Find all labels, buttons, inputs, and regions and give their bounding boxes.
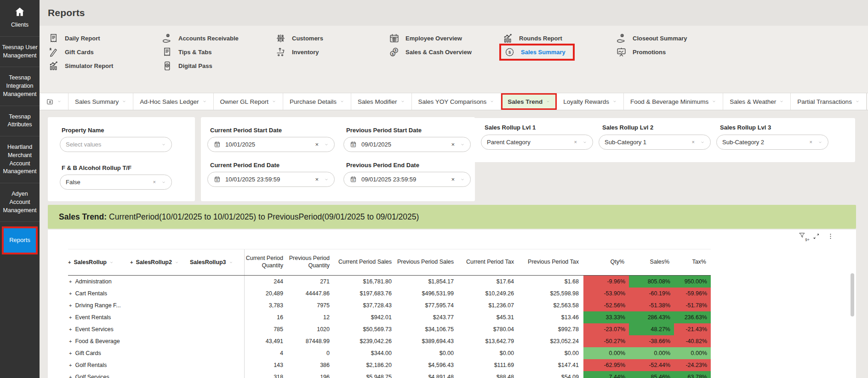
expand-row-icon[interactable]: + <box>69 315 72 320</box>
rollup2-select[interactable]: Sub-Category 1 × <box>599 135 711 150</box>
expand-row-icon[interactable]: + <box>69 339 72 344</box>
filters-applied-button[interactable]: 9+ <box>798 231 806 241</box>
report-link-closeout-summary[interactable]: Closeout Summary <box>616 31 729 45</box>
tab-partial-transactions[interactable]: Partial Transactions <box>791 93 867 110</box>
sidebar-item-teesnap-integration-management[interactable]: Teesnap Integration Management <box>0 67 40 106</box>
column-header-current-period-tax[interactable]: Current Period Tax <box>458 249 519 275</box>
tab-purchase-details[interactable]: Purchase Details <box>283 93 351 110</box>
report-link-tips-tabs[interactable]: Tips & Tabs <box>161 45 275 59</box>
column-header-current-period-quantity[interactable]: Current Period Quantity <box>244 249 288 275</box>
expand-row-icon[interactable]: + <box>69 350 72 356</box>
chevron-down-icon[interactable] <box>582 140 587 145</box>
cell-value: $0.00 <box>458 347 519 359</box>
previous-end-input[interactable]: 09/01/2025 23:59:59 × <box>343 172 471 187</box>
expand-all-icon[interactable]: + <box>68 260 71 265</box>
report-link-gift-cards[interactable]: Gift Cards <box>48 45 161 59</box>
report-link-rounds-report[interactable]: Rounds Report <box>502 31 616 45</box>
expand-all-icon[interactable]: + <box>130 260 133 265</box>
report-link-promotions[interactable]: Promotions <box>616 45 729 59</box>
chevron-down-icon[interactable] <box>460 142 465 147</box>
scrollbar-thumb[interactable] <box>851 273 854 316</box>
previous-start-input[interactable]: 09/01/2025 × <box>343 137 471 152</box>
clear-icon[interactable]: × <box>574 140 577 145</box>
sidebar-item-clients[interactable]: Clients <box>0 0 40 37</box>
table-row-event-services[interactable]: +Event Services7851020$50,569.73$34,106.… <box>68 323 711 335</box>
tab-sales-trend[interactable]: Sales Trend <box>501 93 557 110</box>
more-options-icon[interactable] <box>827 232 834 240</box>
table-row-cart-rentals[interactable]: +Cart Rentals20,48944447.86$197,683.76$4… <box>68 288 711 299</box>
fb-alcohol-select[interactable]: False × <box>60 175 172 190</box>
chevron-down-icon[interactable] <box>161 180 166 185</box>
column-header-salesrollup2[interactable]: +SalesRollup2 <box>130 249 190 275</box>
table-row-golf-services[interactable]: +Golf Services318196$5,948.75$4,891.48$8… <box>68 371 711 378</box>
sidebar-item-teesnap-attributes[interactable]: Teesnap Attributes <box>0 106 40 137</box>
tab-sales-summary[interactable]: Sales Summary <box>69 93 133 110</box>
clear-icon[interactable]: × <box>451 141 455 147</box>
report-link-employee-overview[interactable]: Employee Overview <box>388 31 502 45</box>
sidebar-item-reports[interactable]: Reports <box>2 226 38 254</box>
column-header-sales[interactable]: Sales% <box>629 249 674 275</box>
tab-sales-modifier[interactable]: Sales Modifier <box>351 93 412 110</box>
vertical-scrollbar[interactable] <box>850 248 854 375</box>
expand-row-icon[interactable]: + <box>69 291 72 296</box>
report-link-sales-summary[interactable]: Sales Summary <box>502 45 616 59</box>
report-link-simulator-report[interactable]: Simulator Report <box>48 59 161 73</box>
rollup1-select[interactable]: Parent Category × <box>481 135 593 150</box>
tab-food-beverage-minimums[interactable]: Food & Beverage Minimums <box>624 93 723 110</box>
table-row-food-beverage[interactable]: +Food & Beverage43,49187448.99$239,042.2… <box>68 335 711 347</box>
current-end-input[interactable]: 10/01/2025 23:59:59 × <box>207 172 335 187</box>
property-name-select[interactable]: Select values <box>60 137 172 152</box>
table-row-golf-rentals[interactable]: +Golf Rentals143386$2,186.20$4,596.43$11… <box>68 359 711 371</box>
clear-icon[interactable]: × <box>692 140 695 145</box>
focus-mode-icon[interactable] <box>812 232 820 240</box>
table-row-driving-range-f[interactable]: +Driving Range F...3,7837975$37,728.43$7… <box>68 299 711 311</box>
report-link-accounts-receivable[interactable]: Accounts Receivable <box>161 31 275 45</box>
column-header-qty[interactable]: Qty% <box>583 249 629 275</box>
clear-icon[interactable]: × <box>315 176 319 182</box>
table-row-event-rentals[interactable]: +Event Rentals1612$942.01$243.77$45.31$1… <box>68 311 711 323</box>
column-header-salesrollup3[interactable]: SalesRollup3 <box>190 249 244 275</box>
current-start-input[interactable]: 10/01/2025 × <box>207 137 335 152</box>
tab-owner-gl-report[interactable]: Owner GL Report <box>214 93 283 110</box>
report-link-sales-cash-overview[interactable]: Sales & Cash Overview <box>388 45 502 59</box>
column-header-current-period-sales[interactable]: Current Period Sales <box>334 249 396 275</box>
clear-icon[interactable]: × <box>315 141 319 147</box>
report-link-customers[interactable]: Customers <box>275 31 388 45</box>
report-link-daily-report[interactable]: Daily Report <box>48 31 161 45</box>
expand-row-icon[interactable]: + <box>69 374 72 378</box>
report-link-label: Gift Cards <box>65 49 94 56</box>
expand-row-icon[interactable]: + <box>69 303 72 308</box>
tab-sales-weather[interactable]: Sales & Weather <box>723 93 791 110</box>
clear-icon[interactable]: × <box>153 180 156 185</box>
tab-sales-yoy-comparisons[interactable]: Sales YOY Comparisons <box>412 93 502 110</box>
column-header-tax[interactable]: Tax% <box>674 249 711 275</box>
chevron-down-icon[interactable] <box>161 142 166 147</box>
table-row-administration[interactable]: +Administration244271$16,781.80$1,854.17… <box>68 276 711 288</box>
column-header-salesrollup[interactable]: +SalesRollup <box>68 249 130 275</box>
chevron-down-icon[interactable] <box>460 177 465 182</box>
table-row-gift-cards[interactable]: +Gift Cards40$344.00$0.00$0.00$0.000.00%… <box>68 347 711 359</box>
column-header-previous-period-sales[interactable]: Previous Period Sales <box>396 249 458 275</box>
export-folder-tab[interactable] <box>40 93 69 110</box>
expand-row-icon[interactable]: + <box>69 279 72 284</box>
expand-row-icon[interactable]: + <box>69 327 72 332</box>
sidebar-item-teesnap-user-management[interactable]: Teesnap User Management <box>0 37 40 68</box>
column-header-previous-period-tax[interactable]: Previous Period Tax <box>519 249 583 275</box>
report-link-inventory[interactable]: Inventory <box>275 45 388 59</box>
clear-icon[interactable]: × <box>810 140 812 145</box>
cell-value: $23,052.24 <box>519 335 583 347</box>
sidebar-item-adyen-account-management[interactable]: Adyen Account Management <box>0 183 40 222</box>
chevron-down-icon[interactable] <box>324 177 329 182</box>
expand-row-icon[interactable]: + <box>69 362 72 368</box>
rollup3-select[interactable]: Sub-Category 2 × <box>716 135 828 150</box>
clear-icon[interactable]: × <box>451 176 455 182</box>
report-link-digital-pass[interactable]: Digital Pass <box>161 59 275 73</box>
sidebar-item-heartland-merchant-account-management[interactable]: Heartland Merchant Account Management <box>0 136 40 183</box>
tab-loyalty-rewards[interactable]: Loyalty Rewards <box>557 93 624 110</box>
cell-percent: -59.96% <box>674 288 711 299</box>
chevron-down-icon[interactable] <box>818 140 822 145</box>
column-header-previous-period-quantity[interactable]: Previous Period Quantity <box>288 249 334 275</box>
chevron-down-icon[interactable] <box>700 140 705 145</box>
chevron-down-icon[interactable] <box>324 142 329 147</box>
tab-ad-hoc-sales-ledger[interactable]: Ad-Hoc Sales Ledger <box>133 93 213 110</box>
